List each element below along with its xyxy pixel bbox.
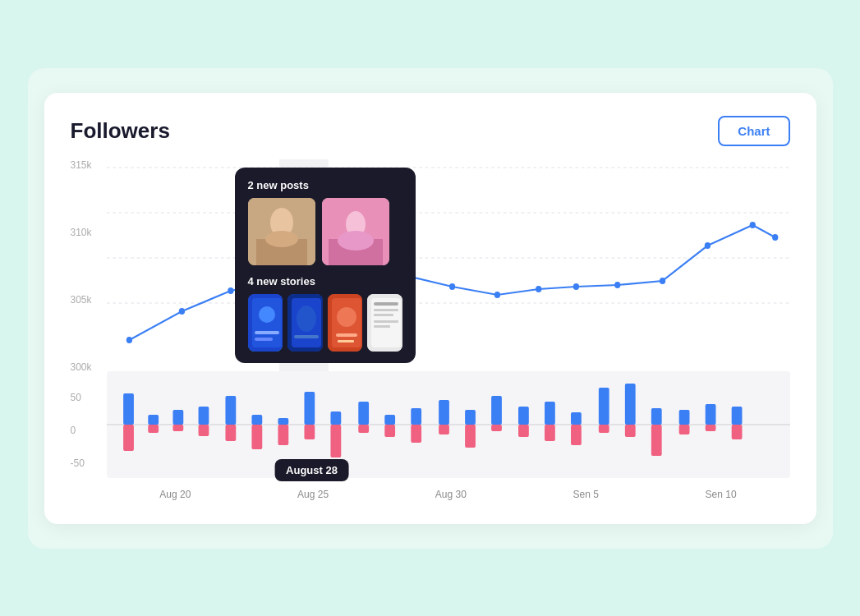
- y-axis-labels: 315k 310k 305k 300k: [71, 159, 107, 373]
- x-label-aug25: Aug 25: [297, 489, 329, 504]
- svg-rect-17: [255, 338, 273, 341]
- line-dot: [659, 278, 665, 284]
- bar-positive: [330, 411, 341, 425]
- svg-rect-21: [294, 335, 319, 338]
- bar-positive: [624, 384, 635, 425]
- bar-positive: [148, 415, 159, 425]
- bar-positive: [278, 418, 288, 425]
- bar-negative: [651, 425, 661, 456]
- bar-negative: [571, 425, 582, 445]
- svg-rect-32: [374, 320, 398, 323]
- line-dot: [749, 222, 755, 228]
- svg-point-8: [265, 231, 298, 247]
- bar-positive: [705, 404, 715, 425]
- tooltip: 2 new posts: [235, 168, 416, 363]
- y-axis-bar-labels: 50 0 -50: [71, 373, 107, 480]
- bar-positive: [411, 408, 421, 425]
- bar-positive: [123, 393, 134, 425]
- date-label: August 28: [274, 459, 349, 481]
- bar-positive: [384, 415, 395, 425]
- tooltip-story-images: [248, 294, 402, 352]
- line-dot: [494, 292, 499, 298]
- y-label-305k: 305k: [71, 294, 107, 306]
- y-label-300k: 300k: [71, 361, 107, 373]
- svg-rect-31: [374, 314, 393, 316]
- svg-rect-25: [336, 333, 357, 337]
- svg-point-15: [259, 306, 275, 323]
- bar-positive: [198, 407, 209, 425]
- bar-negative: [545, 425, 555, 441]
- x-label-sen10: Sen 10: [706, 489, 737, 504]
- y-bar-neg50: -50: [71, 457, 107, 469]
- page-title: Followers: [71, 118, 170, 144]
- bar-positive: [251, 415, 262, 425]
- bar-positive: [172, 410, 183, 425]
- bar-positive: [491, 396, 502, 425]
- bar-negative: [491, 425, 502, 431]
- bar-negative: [518, 425, 529, 437]
- outer-card: Followers Chart 315k 310k 305k 300k 50 0…: [28, 68, 833, 549]
- bar-negative: [731, 425, 742, 439]
- bar-negative: [358, 425, 369, 433]
- bar-negative: [439, 425, 449, 434]
- bar-negative: [123, 425, 134, 451]
- line-dot: [228, 287, 233, 294]
- bar-positive: [678, 410, 689, 425]
- svg-rect-26: [338, 340, 354, 342]
- line-dot: [126, 337, 131, 343]
- card-header: Followers Chart: [71, 116, 790, 146]
- line-dot: [614, 282, 620, 288]
- y-bar-0: 0: [71, 425, 107, 436]
- tooltip-post-img-2: [322, 198, 389, 265]
- x-label-sen5: Sen 5: [573, 489, 599, 504]
- tooltip-post-img-1: [248, 198, 315, 265]
- svg-rect-33: [374, 325, 390, 328]
- y-label-310k: 310k: [71, 227, 107, 238]
- bar-negative: [148, 425, 159, 433]
- chart-area: 315k 310k 305k 300k 50 0 -50: [71, 159, 790, 504]
- x-axis-labels: Aug 20 Aug 25 Aug 30 Sen 5 Sen 10: [107, 484, 790, 504]
- tooltip-story-img-3: [328, 294, 363, 352]
- line-dot: [536, 286, 541, 292]
- bar-positive: [651, 408, 661, 425]
- y-bar-50: 50: [71, 392, 107, 403]
- bar-positive: [571, 412, 582, 425]
- line-chart-container: [107, 159, 790, 373]
- bar-negative: [598, 425, 609, 433]
- svg-point-20: [297, 306, 316, 332]
- x-label-aug30: Aug 30: [435, 489, 467, 504]
- chart-button[interactable]: Chart: [718, 116, 789, 146]
- bar-negative: [384, 425, 395, 437]
- line-dot: [573, 283, 578, 290]
- svg-rect-29: [374, 302, 398, 306]
- bar-negative: [304, 425, 315, 439]
- bar-positive: [598, 388, 609, 425]
- tooltip-posts-label: 2 new posts: [248, 179, 402, 191]
- bar-negative: [330, 425, 341, 457]
- svg-point-12: [338, 231, 374, 251]
- bar-negative: [172, 425, 183, 431]
- bar-positive: [731, 407, 742, 425]
- bar-chart-svg: [107, 371, 790, 478]
- bar-negative: [411, 425, 421, 443]
- svg-point-24: [337, 307, 356, 327]
- bar-positive: [439, 400, 449, 425]
- bar-negative: [465, 425, 476, 448]
- bar-positive: [225, 396, 236, 425]
- bar-negative: [251, 425, 262, 449]
- bar-negative: [198, 425, 209, 436]
- bar-chart-container: [107, 371, 790, 478]
- bar-negative: [705, 425, 715, 431]
- line-dot: [178, 308, 184, 315]
- bar-positive: [465, 410, 476, 425]
- line-path: [129, 225, 775, 340]
- line-chart-svg: [107, 159, 790, 373]
- svg-rect-16: [255, 331, 279, 334]
- svg-rect-30: [374, 309, 398, 311]
- tooltip-story-img-2: [287, 294, 323, 352]
- bar-negative: [225, 425, 236, 441]
- main-card: Followers Chart 315k 310k 305k 300k 50 0…: [44, 93, 816, 524]
- line-dot: [772, 234, 778, 241]
- line-dot: [448, 283, 454, 290]
- tooltip-story-img-4: [367, 294, 402, 352]
